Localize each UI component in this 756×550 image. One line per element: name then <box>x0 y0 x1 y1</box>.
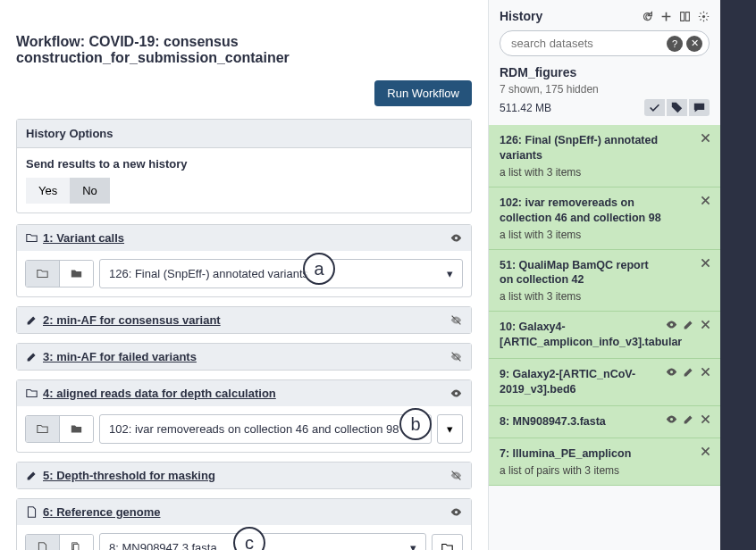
pencil-icon <box>26 351 38 362</box>
history-list-icon[interactable] <box>679 11 691 22</box>
pencil-icon[interactable] <box>683 366 694 378</box>
chevron-down-icon: ▾ <box>447 267 453 280</box>
visible-icon[interactable] <box>450 388 462 399</box>
send-yes-button[interactable]: Yes <box>26 178 70 204</box>
history-item[interactable]: 126: Final (SnpEff-) annotated variants … <box>489 125 720 188</box>
folder-icon <box>26 388 38 399</box>
search-clear-icon[interactable]: ✕ <box>686 36 702 52</box>
step-title[interactable]: 6: Reference genome <box>43 505 445 519</box>
history-sidebar: History ? ✕ RDM_figures 7 shown, 175 hid… <box>488 0 720 550</box>
step-title[interactable]: 2: min-AF for consensus variant <box>43 313 445 327</box>
step-2: 2: min-AF for consensus variant <box>16 306 472 334</box>
item-title: 7: Illumina_PE_amplicon <box>500 446 710 462</box>
item-title: 51: QualiMap BamQC report on collection … <box>500 258 710 288</box>
input-mode-group <box>25 415 94 443</box>
workflow-title: Workflow: COVID-19: consensus constructi… <box>16 34 472 66</box>
right-panel-collapsed[interactable] <box>720 0 756 550</box>
search-help-icon[interactable]: ? <box>667 36 683 52</box>
history-item[interactable]: 7: Illumina_PE_amplicon a list of pairs … <box>489 438 720 486</box>
delete-icon[interactable] <box>700 319 711 330</box>
chevron-down-icon: ▾ <box>410 541 416 550</box>
item-subtitle: a list with 3 items <box>500 166 710 179</box>
hidden-icon[interactable] <box>450 351 462 362</box>
step-title[interactable]: 5: Depth-threshold for masking <box>43 469 445 482</box>
history-item[interactable]: 9: Galaxy2-[ARTIC_nCoV-2019_v3].bed6 <box>489 359 720 406</box>
workflow-main: Workflow: COVID-19: consensus constructi… <box>0 0 488 550</box>
item-subtitle: a list of pairs with 3 items <box>500 464 710 477</box>
history-item[interactable]: 51: QualiMap BamQC report on collection … <box>489 250 720 312</box>
history-item[interactable]: 8: MN908947.3.fasta <box>489 406 720 438</box>
hidden-icon[interactable] <box>450 470 462 481</box>
eye-icon[interactable] <box>666 319 677 330</box>
folder-solid-button[interactable] <box>60 261 93 287</box>
folder-icon <box>26 232 38 244</box>
visible-icon[interactable] <box>450 232 462 244</box>
history-options-icon[interactable] <box>698 11 710 22</box>
history-options-header: History Options <box>17 120 471 148</box>
eye-icon[interactable] <box>666 413 677 425</box>
delete-icon[interactable] <box>700 257 711 269</box>
pencil-icon <box>26 314 38 326</box>
step-title[interactable]: 1: Variant calls <box>43 231 445 245</box>
step-4: 4: aligned reads data for depth calculat… <box>16 379 472 453</box>
hidden-icon[interactable] <box>450 314 462 326</box>
folder-solid-button[interactable] <box>60 416 93 442</box>
item-title: 102: ivar removereads on collection 46 a… <box>500 196 710 226</box>
new-history-icon[interactable] <box>660 11 672 22</box>
item-title: 126: Final (SnpEff-) annotated variants <box>500 133 710 163</box>
folder-mode-button[interactable] <box>26 416 60 442</box>
send-no-button[interactable]: No <box>70 178 110 204</box>
history-options-panel: History Options Send results to a new hi… <box>16 119 472 213</box>
pencil-icon[interactable] <box>683 319 694 330</box>
run-workflow-button[interactable]: Run Workflow <box>374 80 472 106</box>
eye-icon[interactable] <box>666 366 677 378</box>
multi-file-button[interactable] <box>60 535 93 550</box>
pencil-icon <box>26 470 38 481</box>
step-5: 5: Depth-threshold for masking <box>16 462 472 489</box>
step-title[interactable]: 4: aligned reads data for depth calculat… <box>43 387 445 400</box>
history-size: 511.42 MB <box>500 102 551 114</box>
file-icon <box>26 506 38 518</box>
history-name[interactable]: RDM_figures <box>500 65 710 79</box>
folder-mode-button[interactable] <box>26 261 60 287</box>
dataset-select[interactable]: 8: MN908947.3.fasta▾ <box>99 533 426 550</box>
history-item[interactable]: 102: ivar removereads on collection 46 a… <box>489 188 720 250</box>
delete-icon[interactable] <box>700 366 711 378</box>
history-summary[interactable]: 7 shown, 175 hidden <box>500 83 710 96</box>
delete-icon[interactable] <box>700 413 711 425</box>
step-3: 3: min-AF for failed variants <box>16 343 472 371</box>
annotation-icon[interactable] <box>689 99 710 116</box>
select-icon[interactable] <box>644 99 665 116</box>
history-title: History <box>500 9 542 23</box>
delete-icon[interactable] <box>700 446 711 457</box>
dataset-select[interactable]: 126: Final (SnpEff-) annotated variants▾ <box>99 259 463 288</box>
pencil-icon[interactable] <box>683 413 694 425</box>
step-6: 6: Reference genome 8: MN908947.3.fasta▾… <box>16 498 472 550</box>
step-title[interactable]: 3: min-AF for failed variants <box>43 350 445 363</box>
delete-icon[interactable] <box>700 195 711 206</box>
input-mode-group <box>25 260 94 288</box>
dataset-dropdown-button[interactable]: ▾ <box>437 414 463 444</box>
item-subtitle: a list with 3 items <box>500 229 710 241</box>
item-subtitle: a list with 3 items <box>500 290 710 303</box>
visible-icon[interactable] <box>450 506 462 518</box>
history-item[interactable]: 10: Galaxy4-[ARTIC_amplicon_info_v3].tab… <box>489 312 720 359</box>
step-1: 1: Variant calls 126: Final (SnpEff-) an… <box>16 224 472 297</box>
delete-icon[interactable] <box>700 132 711 144</box>
send-results-label: Send results to a new history <box>26 157 462 171</box>
tags-icon[interactable] <box>667 99 687 116</box>
single-file-button[interactable] <box>26 535 60 550</box>
browse-button[interactable] <box>432 534 463 550</box>
input-mode-group <box>25 534 94 550</box>
dataset-select[interactable]: 102: ivar removereads on collection 46 a… <box>99 414 432 444</box>
refresh-icon[interactable] <box>642 11 653 22</box>
